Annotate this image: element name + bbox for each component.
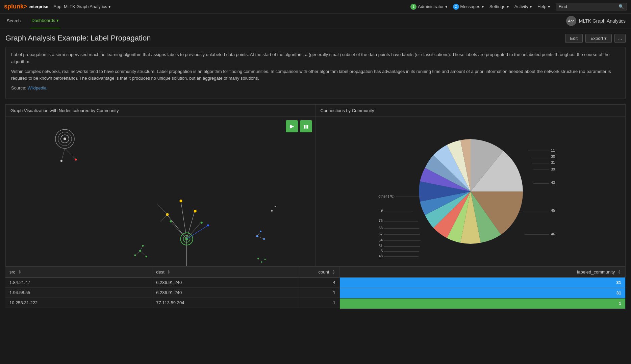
community-cell-1: 31	[340, 277, 626, 288]
graph-svg	[6, 117, 316, 266]
community-bar-3: 1	[340, 298, 625, 309]
more-button[interactable]: ...	[614, 34, 626, 43]
table-left: src ⇕ dest ⇕ count ⇕	[5, 267, 340, 309]
dashboards-label: Dashboards	[31, 18, 55, 23]
cell-count-2: 1	[299, 287, 340, 297]
svg-point-65	[207, 224, 209, 226]
connections-panel-title: Connections by Community	[316, 105, 626, 117]
table-row: 1.84.21.47 6.236.91.240 4	[5, 277, 340, 287]
pie-label-43: 43	[551, 181, 555, 185]
svg-point-22	[170, 220, 172, 222]
cell-count-3: 1	[299, 297, 340, 308]
enterprise-text: enterprise	[29, 4, 48, 9]
chevron-down-icon: ▾	[604, 36, 607, 41]
pause-button[interactable]: ▮▮	[300, 120, 312, 132]
svg-point-17	[185, 238, 188, 240]
find-bar[interactable]: Find 🔍	[556, 3, 627, 10]
community-bar-1: 31	[340, 278, 625, 288]
search-nav-item[interactable]: Search	[5, 14, 22, 28]
find-input[interactable]	[569, 4, 616, 9]
col-dest[interactable]: dest ⇕	[152, 267, 299, 278]
activity-menu[interactable]: Activity ▾	[514, 4, 532, 9]
description-text-1: Label propagation is a semi-supervised m…	[11, 51, 620, 66]
pie-label-75: 75	[379, 218, 383, 223]
svg-point-7	[75, 159, 77, 161]
data-table-container: src ⇕ dest ⇕ count ⇕	[5, 266, 626, 309]
svg-point-48	[263, 238, 265, 240]
cell-count-1: 4	[299, 277, 340, 287]
messages-menu[interactable]: 2 Messages ▾	[453, 4, 484, 10]
table-row: 31	[340, 277, 626, 288]
col-src-label: src	[9, 269, 15, 275]
svg-point-47	[256, 235, 258, 237]
help-menu[interactable]: Help ▾	[537, 4, 550, 9]
wikipedia-link[interactable]: Wikipedia	[27, 85, 46, 90]
col-count[interactable]: count ⇕	[299, 267, 340, 278]
edit-button[interactable]: Edit	[565, 34, 583, 43]
admin-menu[interactable]: 1 Administrator ▾	[410, 4, 448, 10]
app-name: App: MLTK Graph Analytics	[54, 4, 107, 9]
sort-icon-src: ⇕	[18, 269, 22, 275]
admin-label: Administrator	[418, 4, 444, 9]
table-row: 31	[340, 288, 626, 298]
play-button[interactable]: ▶	[286, 120, 298, 132]
graph-panel-title: Graph Visualization with Nodes coloured …	[6, 105, 316, 117]
svg-point-42	[134, 254, 136, 256]
messages-badge: 2	[453, 4, 459, 10]
svg-point-62	[261, 261, 262, 263]
connections-panel-body: 11 30 31 39 43 45 46	[316, 117, 626, 266]
nav-right: 1 Administrator ▾ 2 Messages ▾ Settings …	[410, 3, 627, 10]
pie-label-39: 39	[551, 167, 555, 171]
app-title: MLTK Graph Analytics	[579, 18, 626, 24]
second-nav: Search Dashboards ▾ Acc MLTK Graph Analy…	[0, 14, 631, 28]
community-cell-2: 31	[340, 288, 626, 298]
data-table-right: labeled_community ⇕ 31 31	[340, 267, 626, 309]
pie-label-64: 64	[379, 238, 383, 242]
cell-src-1: 1.84.21.47	[5, 277, 152, 287]
cell-src-3: 10.253.31.222	[5, 297, 152, 308]
svg-point-59	[271, 210, 273, 212]
pie-label-30: 30	[551, 154, 555, 158]
export-button[interactable]: Export ▾	[585, 34, 612, 43]
table-right: labeled_community ⇕ 31 31	[340, 267, 626, 309]
description-panel: Label propagation is a semi-supervised m…	[5, 47, 626, 99]
dashboards-nav-item[interactable]: Dashboards ▾	[30, 14, 60, 28]
svg-point-19	[194, 210, 197, 212]
svg-point-20	[180, 200, 182, 202]
avatar: Acc	[566, 16, 576, 26]
page-title: Graph Analysis Example: Label Propagatio…	[5, 34, 151, 43]
connections-panel: Connections by Community	[316, 104, 626, 266]
svg-point-63	[264, 259, 266, 260]
activity-label: Activity	[514, 4, 528, 9]
svg-point-44	[142, 245, 144, 246]
chevron-down-icon: ▾	[530, 4, 532, 9]
graph-panel: Graph Visualization with Nodes coloured …	[5, 104, 316, 266]
cell-dest-3: 77.113.59.204	[152, 297, 299, 308]
splunk-text: splunk>	[4, 3, 27, 10]
app-menu[interactable]: App: MLTK Graph Analytics ▾	[54, 4, 111, 9]
chevron-down-icon: ▾	[507, 4, 509, 9]
search-icon: 🔍	[619, 4, 624, 9]
sort-icon-dest: ⇕	[167, 269, 171, 275]
app-title-area: Acc MLTK Graph Analytics	[566, 16, 626, 26]
pie-label-9: 9	[381, 208, 383, 212]
svg-point-43	[146, 256, 147, 257]
panels-row: Graph Visualization with Nodes coloured …	[5, 104, 626, 266]
chevron-down-icon: ▾	[445, 4, 448, 9]
settings-menu[interactable]: Settings ▾	[489, 4, 509, 9]
svg-point-49	[260, 231, 261, 232]
pie-label-67: 67	[379, 232, 383, 236]
cell-dest-2: 6.236.91.240	[152, 287, 299, 297]
graph-panel-body: ▶ ▮▮	[6, 117, 316, 266]
search-label: Search	[7, 18, 21, 23]
source-line: Source: Wikipedia	[11, 85, 620, 92]
pie-label-5: 5	[381, 249, 383, 253]
col-community[interactable]: labeled_community ⇕	[340, 267, 626, 278]
col-count-label: count	[319, 269, 329, 275]
messages-label: Messages	[460, 4, 480, 9]
pie-label-46: 46	[551, 232, 555, 236]
chevron-down-icon: ▾	[108, 4, 111, 9]
col-src[interactable]: src ⇕	[5, 267, 152, 278]
svg-point-60	[275, 206, 276, 207]
top-nav: splunk> enterprise App: MLTK Graph Analy…	[0, 0, 631, 14]
